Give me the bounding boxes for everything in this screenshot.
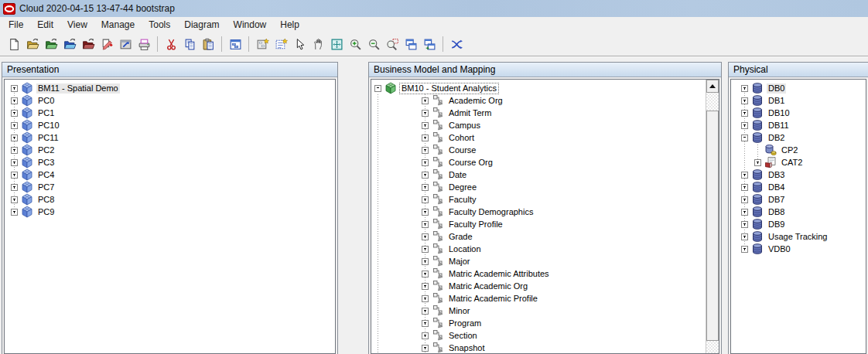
tree-item-label[interactable]: PC7	[36, 182, 56, 192]
tree-item[interactable]: Date	[371, 168, 705, 181]
expand-icon[interactable]	[422, 283, 429, 290]
tree-item-label[interactable]: PC9	[36, 207, 56, 217]
tree-item[interactable]: Faculty Profile	[371, 218, 705, 230]
expand-icon[interactable]	[741, 97, 748, 104]
tree-item[interactable]: Course	[371, 144, 705, 156]
tree-item-label[interactable]: DB8	[767, 207, 786, 217]
tree-item[interactable]: PC10	[5, 119, 335, 131]
paste-button[interactable]	[199, 35, 217, 53]
expand-icon[interactable]	[422, 159, 429, 166]
collapse-icon[interactable]	[374, 85, 381, 92]
tree-item-label[interactable]: Faculty	[447, 195, 477, 205]
expand-icon[interactable]	[422, 209, 429, 216]
scroll-thumb[interactable]	[706, 111, 719, 341]
tree-item[interactable]: DB3	[731, 168, 866, 181]
expand-icon[interactable]	[422, 258, 429, 265]
tree-item-label[interactable]: BM10 - Student Analytics	[400, 83, 498, 94]
tree-item[interactable]: BM10 - Student Analytics	[371, 82, 705, 94]
tree-item[interactable]: PC1	[5, 107, 335, 119]
tree-item-label[interactable]: Snapshot	[447, 343, 486, 353]
tree-item[interactable]: PC9	[5, 206, 335, 218]
open-offline-button[interactable]	[23, 35, 42, 53]
tree-item-label[interactable]: Section	[447, 331, 479, 341]
expand-icon[interactable]	[11, 196, 18, 203]
tree-item[interactable]: DB10	[731, 107, 866, 119]
tree-item-label[interactable]: DB11	[767, 121, 791, 131]
tree-item[interactable]: Matric Academic Org	[371, 280, 705, 292]
tree-item-label[interactable]: Minor	[447, 306, 472, 316]
open-online-button[interactable]	[42, 35, 60, 53]
tree-item[interactable]: PC11	[5, 131, 335, 144]
tree-item[interactable]: Major	[371, 255, 705, 267]
expand-icon[interactable]	[422, 332, 429, 339]
pan-button[interactable]	[309, 35, 327, 53]
tree-item[interactable]: PC3	[5, 156, 335, 168]
zoom-out-button[interactable]	[364, 35, 383, 53]
tree-item-label[interactable]: DB7	[767, 195, 786, 205]
expand-icon[interactable]	[741, 196, 748, 203]
tree-item-label[interactable]: BM11 - Spatial Demo	[36, 83, 120, 94]
tree-item[interactable]: Cohort	[371, 131, 705, 144]
tree-item[interactable]: Matric Academic Profile	[371, 292, 705, 305]
new-diagram-button[interactable]	[253, 35, 272, 53]
zoom-selection-button[interactable]	[383, 35, 402, 53]
expand-icon[interactable]	[422, 97, 429, 104]
tree-item[interactable]: DB11	[731, 119, 866, 131]
tree-item-label[interactable]: PC2	[36, 145, 56, 155]
expand-icon[interactable]	[11, 110, 18, 117]
tree-item-label[interactable]: DB4	[767, 182, 786, 192]
expand-icon[interactable]	[422, 110, 429, 117]
tree-item[interactable]: DB4	[731, 181, 866, 193]
tree-item-label[interactable]: Major	[447, 257, 472, 267]
expand-icon[interactable]	[741, 246, 748, 253]
menu-tools[interactable]: Tools	[142, 18, 177, 32]
expand-icon[interactable]	[741, 172, 748, 179]
menu-file[interactable]: File	[2, 18, 30, 32]
tree-item[interactable]: Academic Org	[371, 94, 705, 107]
tree-item[interactable]: DB1	[731, 94, 866, 107]
diagram-grid-button[interactable]	[272, 35, 290, 53]
tree-item[interactable]: Matric Academic Attributes	[371, 267, 705, 280]
tile-windows-button[interactable]	[420, 35, 439, 53]
expand-icon[interactable]	[11, 147, 18, 154]
check-consistency-button[interactable]	[447, 35, 466, 53]
expand-icon[interactable]	[422, 246, 429, 253]
tree-item[interactable]: PC8	[5, 193, 335, 206]
tree-item[interactable]: Minor	[371, 305, 705, 317]
collapse-icon[interactable]	[741, 134, 748, 141]
expand-icon[interactable]	[422, 134, 429, 141]
tree-item[interactable]: Campus	[371, 119, 705, 131]
tree-item-label[interactable]: DB10	[767, 108, 791, 118]
tree-item-label[interactable]: CAT2	[780, 158, 804, 168]
tree-item-label[interactable]: Matric Academic Profile	[447, 294, 539, 304]
tree-item[interactable]: PC0	[5, 94, 335, 107]
fit-view-button[interactable]	[327, 35, 346, 53]
tree-item-label[interactable]: Program	[447, 318, 483, 328]
tree-item[interactable]: CP2	[731, 144, 866, 156]
tree-item[interactable]: PC4	[5, 168, 335, 181]
tree-item-label[interactable]: Campus	[447, 121, 482, 131]
tree-item-label[interactable]: PC8	[36, 195, 56, 205]
open-recent-button[interactable]	[79, 35, 97, 53]
tree-item[interactable]: DB9	[731, 218, 866, 230]
expand-icon[interactable]	[11, 159, 18, 166]
tree-item-label[interactable]: Matric Academic Attributes	[447, 269, 551, 279]
tree-item[interactable]: Location	[371, 243, 705, 255]
expand-icon[interactable]	[422, 221, 429, 228]
tree-item-label[interactable]: PC10	[36, 121, 61, 131]
tree-item-label[interactable]: Cohort	[447, 133, 476, 143]
select-pointer-button[interactable]	[290, 35, 309, 53]
menu-edit[interactable]: Edit	[30, 18, 60, 32]
tree-item[interactable]: Snapshot	[371, 342, 705, 353]
expand-icon[interactable]	[754, 159, 761, 166]
tree-item-label[interactable]: PC1	[36, 108, 56, 118]
tree-item[interactable]: DB2	[731, 131, 866, 144]
zoom-in-button[interactable]	[346, 35, 364, 53]
save-button[interactable]	[116, 35, 135, 53]
tree-item-label[interactable]: Course Org	[447, 158, 494, 168]
expand-icon[interactable]	[422, 345, 429, 352]
expand-icon[interactable]	[11, 134, 18, 141]
tree-item-label[interactable]: DB3	[767, 170, 786, 180]
expand-icon[interactable]	[422, 196, 429, 203]
tree-item-label[interactable]: DB1	[767, 96, 786, 106]
